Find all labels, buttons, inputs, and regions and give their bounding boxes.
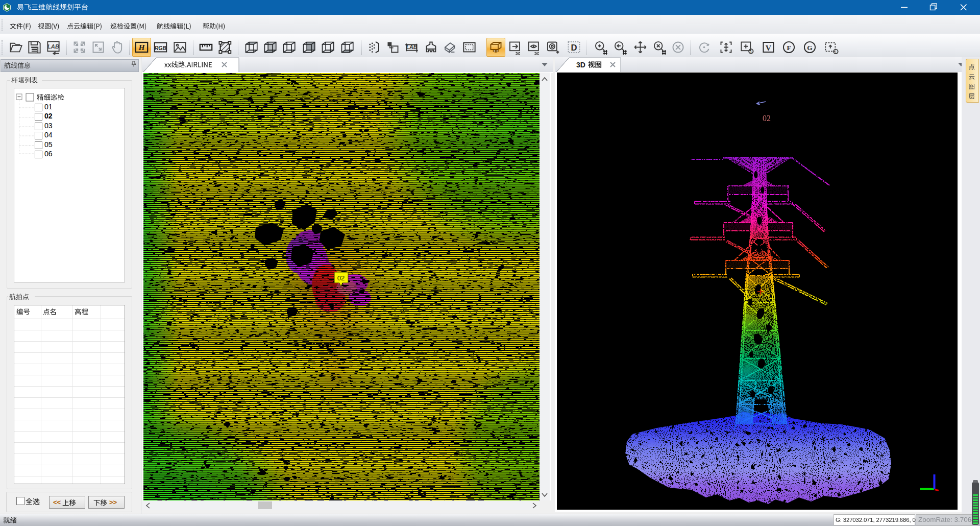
svg-text:H: H: [138, 43, 145, 52]
svg-text:RGB: RGB: [155, 45, 167, 51]
svg-text:i: i: [835, 50, 836, 54]
svg-text:V: V: [766, 43, 772, 52]
svg-text:F: F: [787, 44, 791, 52]
svg-text:02: 02: [763, 114, 771, 123]
svg-text:02: 02: [337, 274, 345, 282]
svg-text:LAB: LAB: [406, 44, 418, 50]
svg-text:D: D: [571, 43, 577, 53]
svg-text:G: G: [807, 44, 813, 52]
svg-text:LAB: LAB: [47, 43, 59, 50]
svg-text:i: i: [750, 50, 751, 54]
